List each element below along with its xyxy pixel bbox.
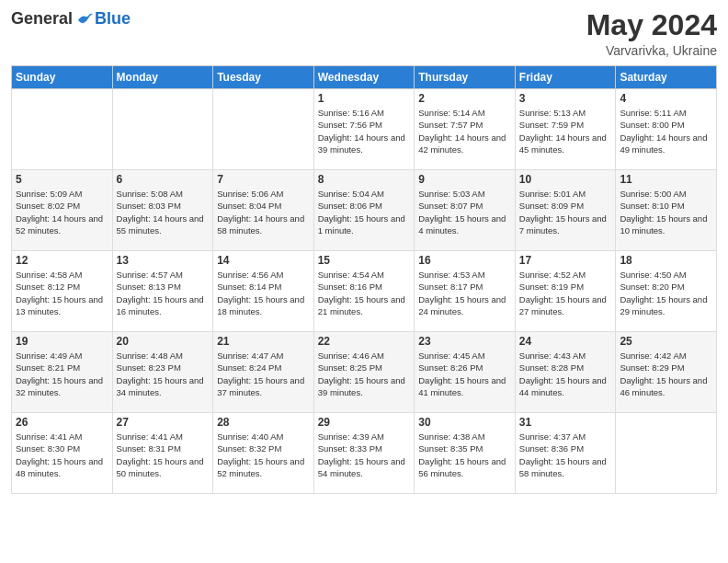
day-number: 21 xyxy=(217,335,310,348)
calendar-cell: 16Sunrise: 4:53 AMSunset: 8:17 PMDayligh… xyxy=(415,251,516,332)
day-number: 13 xyxy=(117,254,210,267)
day-number: 6 xyxy=(117,173,210,186)
day-info: Sunrise: 4:52 AMSunset: 8:19 PMDaylight:… xyxy=(519,269,612,317)
day-number: 16 xyxy=(418,254,511,267)
page: General Blue May 2024 Varvarivka, Ukrain… xyxy=(0,0,728,563)
logo-bird-icon xyxy=(76,13,93,26)
calendar-cell: 12Sunrise: 4:58 AMSunset: 8:12 PMDayligh… xyxy=(12,251,113,332)
calendar-cell: 15Sunrise: 4:54 AMSunset: 8:16 PMDayligh… xyxy=(313,251,415,332)
header-friday: Friday xyxy=(515,66,616,89)
week-row-3: 19Sunrise: 4:49 AMSunset: 8:21 PMDayligh… xyxy=(12,332,717,413)
day-info: Sunrise: 4:43 AMSunset: 8:28 PMDaylight:… xyxy=(519,350,612,398)
calendar-cell: 27Sunrise: 4:41 AMSunset: 8:31 PMDayligh… xyxy=(112,413,213,494)
header-saturday: Saturday xyxy=(616,66,717,89)
day-number: 30 xyxy=(418,416,511,429)
day-info: Sunrise: 4:41 AMSunset: 8:31 PMDaylight:… xyxy=(117,431,210,479)
day-info: Sunrise: 5:04 AMSunset: 8:06 PMDaylight:… xyxy=(318,188,411,236)
day-number: 12 xyxy=(16,254,108,267)
day-number: 2 xyxy=(418,92,511,105)
calendar-cell: 17Sunrise: 4:52 AMSunset: 8:19 PMDayligh… xyxy=(515,251,616,332)
day-info: Sunrise: 5:16 AMSunset: 7:56 PMDaylight:… xyxy=(318,107,411,155)
header: General Blue May 2024 Varvarivka, Ukrain… xyxy=(11,9,717,58)
calendar-cell: 14Sunrise: 4:56 AMSunset: 8:14 PMDayligh… xyxy=(213,251,314,332)
day-info: Sunrise: 4:46 AMSunset: 8:25 PMDaylight:… xyxy=(318,350,411,398)
day-number: 20 xyxy=(117,335,210,348)
calendar-cell: 8Sunrise: 5:04 AMSunset: 8:06 PMDaylight… xyxy=(313,170,415,251)
weekday-header-row: Sunday Monday Tuesday Wednesday Thursday… xyxy=(12,66,717,89)
calendar-cell: 1Sunrise: 5:16 AMSunset: 7:56 PMDaylight… xyxy=(313,89,415,170)
week-row-1: 5Sunrise: 5:09 AMSunset: 8:02 PMDaylight… xyxy=(12,170,717,251)
calendar-table: Sunday Monday Tuesday Wednesday Thursday… xyxy=(11,65,717,494)
day-info: Sunrise: 5:08 AMSunset: 8:03 PMDaylight:… xyxy=(117,188,210,236)
day-info: Sunrise: 4:42 AMSunset: 8:29 PMDaylight:… xyxy=(620,350,712,398)
day-number: 22 xyxy=(318,335,411,348)
calendar-cell: 29Sunrise: 4:39 AMSunset: 8:33 PMDayligh… xyxy=(313,413,415,494)
day-info: Sunrise: 5:09 AMSunset: 8:02 PMDaylight:… xyxy=(16,188,108,236)
day-info: Sunrise: 4:57 AMSunset: 8:13 PMDaylight:… xyxy=(117,269,210,317)
calendar-cell: 20Sunrise: 4:48 AMSunset: 8:23 PMDayligh… xyxy=(112,332,213,413)
week-row-2: 12Sunrise: 4:58 AMSunset: 8:12 PMDayligh… xyxy=(12,251,717,332)
calendar-cell xyxy=(12,89,113,170)
day-number: 14 xyxy=(217,254,310,267)
header-sunday: Sunday xyxy=(12,66,113,89)
calendar-cell: 6Sunrise: 5:08 AMSunset: 8:03 PMDaylight… xyxy=(112,170,213,251)
day-number: 1 xyxy=(318,92,411,105)
logo: General Blue xyxy=(11,9,131,29)
day-info: Sunrise: 4:41 AMSunset: 8:30 PMDaylight:… xyxy=(16,431,108,479)
header-tuesday: Tuesday xyxy=(213,66,314,89)
calendar-cell: 18Sunrise: 4:50 AMSunset: 8:20 PMDayligh… xyxy=(616,251,717,332)
day-info: Sunrise: 4:48 AMSunset: 8:23 PMDaylight:… xyxy=(117,350,210,398)
calendar-cell: 9Sunrise: 5:03 AMSunset: 8:07 PMDaylight… xyxy=(415,170,516,251)
calendar-cell: 3Sunrise: 5:13 AMSunset: 7:59 PMDaylight… xyxy=(515,89,616,170)
calendar-cell xyxy=(616,413,717,494)
day-info: Sunrise: 5:00 AMSunset: 8:10 PMDaylight:… xyxy=(620,188,712,236)
calendar-cell: 21Sunrise: 4:47 AMSunset: 8:24 PMDayligh… xyxy=(213,332,314,413)
logo-general: General xyxy=(11,9,73,29)
day-info: Sunrise: 5:06 AMSunset: 8:04 PMDaylight:… xyxy=(217,188,310,236)
week-row-4: 26Sunrise: 4:41 AMSunset: 8:30 PMDayligh… xyxy=(12,413,717,494)
day-info: Sunrise: 5:01 AMSunset: 8:09 PMDaylight:… xyxy=(519,188,612,236)
day-info: Sunrise: 4:53 AMSunset: 8:17 PMDaylight:… xyxy=(418,269,511,317)
day-number: 31 xyxy=(519,416,612,429)
day-info: Sunrise: 4:37 AMSunset: 8:36 PMDaylight:… xyxy=(519,431,612,479)
day-number: 25 xyxy=(620,335,712,348)
day-info: Sunrise: 4:49 AMSunset: 8:21 PMDaylight:… xyxy=(16,350,108,398)
day-number: 28 xyxy=(217,416,310,429)
day-number: 4 xyxy=(620,92,712,105)
calendar-cell xyxy=(112,89,213,170)
day-info: Sunrise: 4:56 AMSunset: 8:14 PMDaylight:… xyxy=(217,269,310,317)
calendar-cell: 7Sunrise: 5:06 AMSunset: 8:04 PMDaylight… xyxy=(213,170,314,251)
day-number: 9 xyxy=(418,173,511,186)
calendar-cell: 10Sunrise: 5:01 AMSunset: 8:09 PMDayligh… xyxy=(515,170,616,251)
day-info: Sunrise: 5:11 AMSunset: 8:00 PMDaylight:… xyxy=(620,107,712,155)
title-section: May 2024 Varvarivka, Ukraine xyxy=(586,9,717,58)
calendar-cell xyxy=(213,89,314,170)
day-info: Sunrise: 4:50 AMSunset: 8:20 PMDaylight:… xyxy=(620,269,712,317)
location-subtitle: Varvarivka, Ukraine xyxy=(586,43,717,58)
day-info: Sunrise: 4:54 AMSunset: 8:16 PMDaylight:… xyxy=(318,269,411,317)
calendar-cell: 19Sunrise: 4:49 AMSunset: 8:21 PMDayligh… xyxy=(12,332,113,413)
calendar-cell: 5Sunrise: 5:09 AMSunset: 8:02 PMDaylight… xyxy=(12,170,113,251)
day-number: 5 xyxy=(16,173,108,186)
calendar-cell: 25Sunrise: 4:42 AMSunset: 8:29 PMDayligh… xyxy=(616,332,717,413)
day-number: 7 xyxy=(217,173,310,186)
header-wednesday: Wednesday xyxy=(313,66,415,89)
month-title: May 2024 xyxy=(586,9,717,41)
day-number: 17 xyxy=(519,254,612,267)
day-number: 8 xyxy=(318,173,411,186)
week-row-0: 1Sunrise: 5:16 AMSunset: 7:56 PMDaylight… xyxy=(12,89,717,170)
header-thursday: Thursday xyxy=(415,66,516,89)
calendar-cell: 24Sunrise: 4:43 AMSunset: 8:28 PMDayligh… xyxy=(515,332,616,413)
day-info: Sunrise: 4:40 AMSunset: 8:32 PMDaylight:… xyxy=(217,431,310,479)
calendar-cell: 13Sunrise: 4:57 AMSunset: 8:13 PMDayligh… xyxy=(112,251,213,332)
day-number: 29 xyxy=(318,416,411,429)
day-number: 27 xyxy=(117,416,210,429)
calendar-cell: 31Sunrise: 4:37 AMSunset: 8:36 PMDayligh… xyxy=(515,413,616,494)
day-number: 18 xyxy=(620,254,712,267)
calendar-cell: 11Sunrise: 5:00 AMSunset: 8:10 PMDayligh… xyxy=(616,170,717,251)
day-info: Sunrise: 4:38 AMSunset: 8:35 PMDaylight:… xyxy=(418,431,511,479)
calendar-cell: 26Sunrise: 4:41 AMSunset: 8:30 PMDayligh… xyxy=(12,413,113,494)
calendar-cell: 2Sunrise: 5:14 AMSunset: 7:57 PMDaylight… xyxy=(415,89,516,170)
day-number: 15 xyxy=(318,254,411,267)
day-number: 3 xyxy=(519,92,612,105)
